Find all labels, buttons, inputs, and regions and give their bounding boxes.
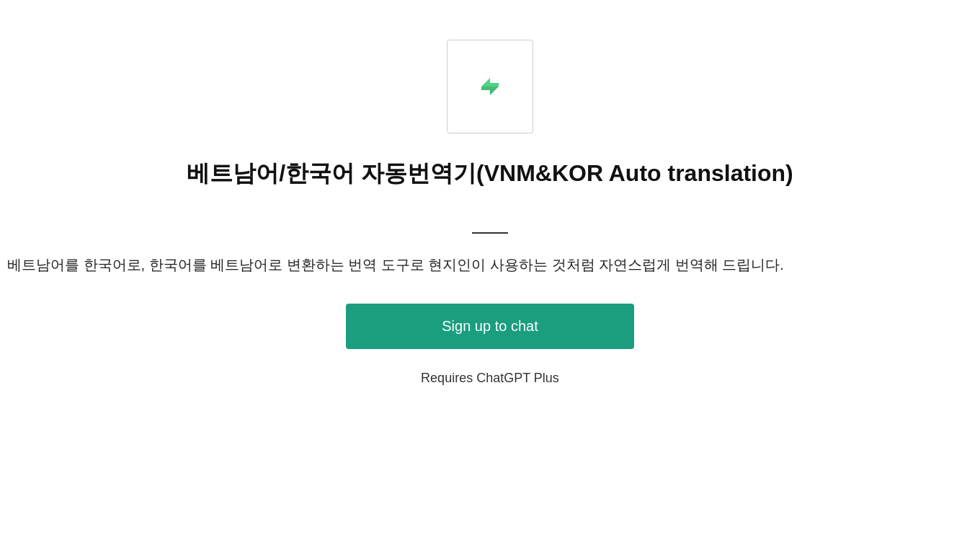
logo-icon [476,72,504,101]
description-text: 베트남어를 한국어로, 한국어를 베트남어로 변환하는 번역 도구로 현지인이 … [7,257,784,273]
title-divider [472,232,508,234]
page-container: 베트남어/한국어 자동번역기(VNM&KOR Auto translation)… [0,0,980,386]
signup-button[interactable]: Sign up to chat [346,304,634,349]
main-title: 베트남어/한국어 자동번역기(VNM&KOR Auto translation) [187,159,793,189]
description-section: 베트남어를 한국어로, 한국어를 베트남어로 변환하는 번역 도구로 현지인이 … [0,255,980,275]
requires-label: Requires ChatGPT Plus [421,371,559,386]
title-section: 베트남어/한국어 자동번역기(VNM&KOR Auto translation) [172,159,807,189]
logo-box [447,40,533,133]
logo-area [447,36,533,137]
